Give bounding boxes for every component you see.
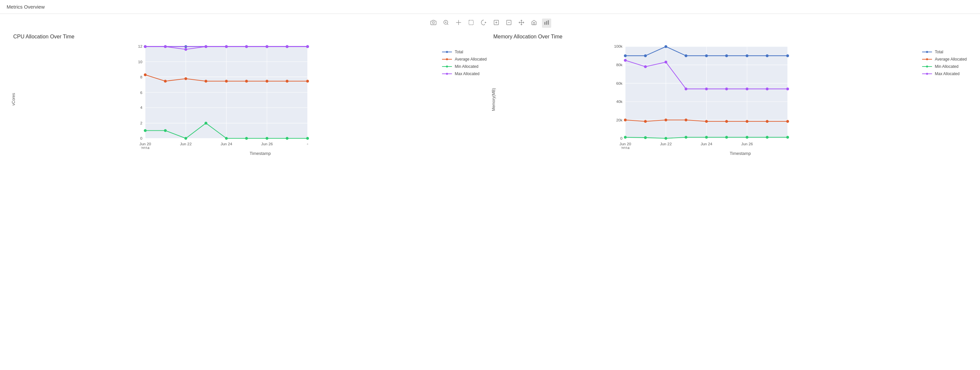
svg-point-77: [266, 45, 269, 48]
svg-point-138: [624, 59, 627, 62]
svg-text:40k: 40k: [616, 99, 622, 104]
svg-point-150: [926, 58, 928, 60]
svg-point-148: [926, 51, 928, 53]
svg-point-0: [433, 22, 434, 24]
zoom-out-box-icon[interactable]: [504, 19, 514, 28]
charts-container: CPU Allocation Over Time vCores: [0, 30, 980, 166]
svg-point-74: [204, 45, 207, 48]
svg-point-61: [306, 80, 309, 83]
svg-point-127: [765, 120, 768, 123]
memory-x-axis-title: Timestamp: [511, 149, 970, 156]
svg-point-134: [725, 136, 728, 139]
memory-y-axis-label: Memory(MB): [490, 88, 497, 111]
svg-point-54: [164, 80, 167, 83]
svg-rect-15: [544, 22, 545, 25]
svg-point-62: [144, 129, 147, 132]
svg-point-144: [746, 88, 749, 90]
svg-point-125: [725, 120, 728, 123]
svg-point-131: [664, 137, 667, 140]
cpu-svg-container: 0 2 4 6 8 10 12 Jun 20 2024 Jun 22 Jun 2…: [17, 43, 436, 149]
svg-point-78: [286, 45, 288, 48]
crosshair-icon[interactable]: [454, 19, 463, 28]
svg-point-72: [164, 45, 167, 48]
cpu-x-axis-title: Timestamp: [30, 149, 490, 156]
zoom-in-icon[interactable]: [441, 19, 451, 28]
cpu-chart-area: 0 2 4 6 8 10 12 Jun 20 2024 Jun 22 Jun 2…: [17, 43, 490, 156]
svg-point-56: [204, 80, 207, 83]
svg-point-119: [786, 54, 789, 57]
svg-rect-7: [469, 20, 474, 25]
cpu-chart-title: CPU Allocation Over Time: [10, 34, 490, 40]
svg-text:20k: 20k: [616, 118, 622, 122]
svg-point-116: [725, 54, 728, 57]
svg-point-128: [786, 120, 789, 123]
memory-chart-svg: 0 20k 40k 60k 80k 100k Jun 20 2024 Jun 2…: [497, 43, 915, 149]
svg-text:80k: 80k: [616, 62, 622, 67]
cpu-chart-and-legend: 0 2 4 6 8 10 12 Jun 20 2024 Jun 22 Jun 2…: [17, 43, 490, 149]
svg-point-115: [705, 54, 708, 57]
svg-point-76: [245, 45, 248, 48]
svg-point-55: [184, 77, 187, 80]
pan-icon[interactable]: [517, 19, 526, 28]
svg-text:10: 10: [138, 59, 143, 64]
cpu-chart-wrapper: vCores: [10, 43, 490, 156]
memory-legend-min: Min Allocated: [922, 64, 967, 69]
svg-point-70: [306, 137, 309, 140]
svg-text:100k: 100k: [614, 44, 623, 48]
svg-point-139: [644, 65, 647, 68]
lasso-icon[interactable]: [479, 19, 488, 28]
svg-point-145: [765, 88, 768, 90]
svg-point-87: [446, 73, 448, 75]
svg-text:0: 0: [620, 136, 623, 140]
svg-text:60k: 60k: [616, 81, 622, 85]
svg-point-63: [164, 129, 167, 132]
svg-point-73: [184, 48, 187, 51]
bar-chart-icon[interactable]: [542, 19, 551, 28]
svg-point-60: [286, 80, 288, 83]
cpu-chart-svg: 0 2 4 6 8 10 12 Jun 20 2024 Jun 22 Jun 2…: [17, 43, 436, 149]
svg-point-111: [624, 54, 627, 57]
selection-icon[interactable]: [466, 19, 476, 28]
svg-text:Jun 22: Jun 22: [660, 142, 671, 146]
memory-legend-avg: Average Allocated: [922, 57, 967, 62]
svg-point-85: [446, 65, 448, 67]
svg-point-67: [245, 137, 248, 140]
svg-text:6: 6: [140, 90, 143, 95]
svg-point-83: [446, 58, 448, 60]
svg-text:Jun 20: Jun 20: [619, 142, 631, 146]
svg-point-69: [286, 137, 288, 140]
svg-text:2024: 2024: [141, 146, 150, 149]
svg-point-141: [684, 88, 687, 90]
zoom-in-box-icon[interactable]: [492, 19, 501, 28]
svg-point-71: [144, 45, 147, 48]
svg-line-2: [447, 24, 448, 24]
cpu-legend-max: Max Allocated: [442, 72, 487, 76]
memory-chart-area: 0 20k 40k 60k 80k 100k Jun 20 2024 Jun 2…: [497, 43, 970, 156]
svg-rect-17: [548, 20, 549, 25]
svg-point-114: [684, 54, 687, 57]
svg-point-152: [926, 65, 928, 67]
svg-text:Jun 20: Jun 20: [139, 142, 151, 146]
svg-point-58: [245, 80, 248, 83]
home-icon[interactable]: [529, 19, 539, 28]
cpu-y-axis-label: vCores: [10, 93, 17, 105]
svg-point-133: [705, 136, 708, 139]
memory-chart-section: Memory Allocation Over Time Memory(MB): [490, 34, 970, 156]
svg-text:0: 0: [140, 136, 143, 140]
svg-point-118: [765, 54, 768, 57]
svg-point-136: [765, 136, 768, 139]
chart-toolbar: [0, 14, 980, 30]
svg-point-135: [746, 136, 749, 139]
svg-point-121: [644, 120, 647, 123]
svg-rect-16: [546, 21, 547, 25]
svg-point-75: [225, 45, 228, 48]
svg-point-130: [644, 136, 647, 139]
memory-chart-wrapper: Memory(MB): [490, 43, 970, 156]
svg-point-59: [266, 80, 269, 83]
svg-point-65: [204, 122, 207, 125]
svg-text:Jun 22: Jun 22: [180, 142, 192, 146]
camera-icon[interactable]: [429, 19, 438, 28]
memory-legend-max: Max Allocated: [922, 72, 967, 76]
memory-legend: Total Average Allocated Min Allocated: [915, 43, 970, 149]
cpu-legend-avg: Average Allocated: [442, 57, 487, 62]
